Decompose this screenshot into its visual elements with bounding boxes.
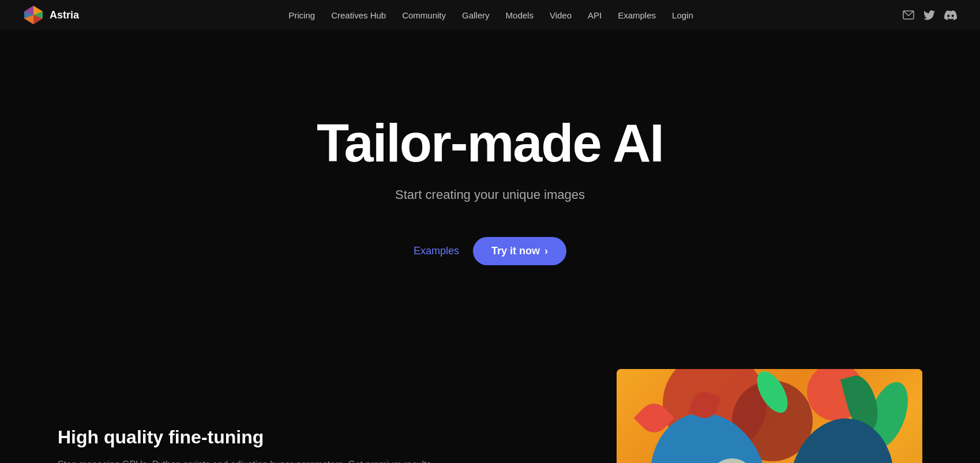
discord-icon[interactable] xyxy=(944,10,957,20)
hero-subtitle: Start creating your unique images xyxy=(395,187,585,202)
navbar: Astria Pricing Creatives Hub Community G… xyxy=(0,0,980,30)
hero-buttons: Examples Try it now › xyxy=(414,237,566,265)
nav-examples[interactable]: Examples xyxy=(618,10,656,20)
brand-logo[interactable]: Astria xyxy=(23,5,79,25)
nav-pricing[interactable]: Pricing xyxy=(288,10,315,20)
nav-links: Pricing Creatives Hub Community Gallery … xyxy=(288,10,693,20)
fine-tuning-description: Stop managing GPUs, Python scripts and a… xyxy=(58,457,519,463)
try-it-now-arrow: › xyxy=(545,245,548,257)
brand-name: Astria xyxy=(50,9,79,21)
examples-link[interactable]: Examples xyxy=(414,245,459,257)
artwork-area xyxy=(554,369,922,463)
hero-title: Tailor-made AI xyxy=(317,115,663,171)
hero-section: Tailor-made AI Start creating your uniqu… xyxy=(0,0,980,311)
brand-icon xyxy=(23,5,44,25)
try-it-now-label: Try it now xyxy=(491,245,540,257)
nav-social-icons xyxy=(903,10,957,20)
nav-video[interactable]: Video xyxy=(550,10,572,20)
nav-creatives-hub[interactable]: Creatives Hub xyxy=(331,10,386,20)
nav-models[interactable]: Models xyxy=(506,10,534,20)
nav-community[interactable]: Community xyxy=(402,10,446,20)
artwork-background xyxy=(617,369,922,463)
fine-tuning-section: High quality fine-tuning Stop managing G… xyxy=(0,346,980,463)
email-icon[interactable] xyxy=(903,10,914,20)
fine-tuning-text: High quality fine-tuning Stop managing G… xyxy=(58,369,519,463)
nav-login[interactable]: Login xyxy=(672,10,693,20)
nav-gallery[interactable]: Gallery xyxy=(462,10,490,20)
fine-tuning-title: High quality fine-tuning xyxy=(58,427,519,448)
try-it-now-button[interactable]: Try it now › xyxy=(473,237,566,265)
nav-api[interactable]: API xyxy=(588,10,602,20)
twitter-icon[interactable] xyxy=(923,10,935,20)
artwork-image xyxy=(617,369,922,463)
